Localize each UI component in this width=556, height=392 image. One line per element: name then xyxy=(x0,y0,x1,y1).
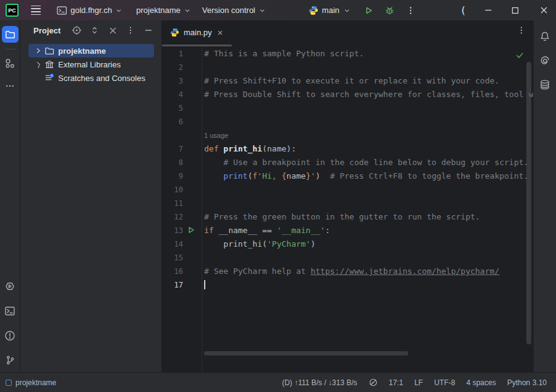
expand-all-button[interactable] xyxy=(88,23,101,37)
more-actions-button[interactable] xyxy=(401,2,420,19)
code-line[interactable]: 15 xyxy=(162,251,533,265)
interpreter-widget[interactable]: Python 3.10 xyxy=(502,378,552,387)
line-number[interactable]: 2 xyxy=(162,61,183,74)
line-number[interactable]: 17 xyxy=(162,278,183,292)
code-line[interactable]: 1 usage xyxy=(162,129,533,142)
code-line-text: # See PyCharm help at https://www.jetbra… xyxy=(204,265,533,278)
usage-inlay-hint[interactable]: 1 usage xyxy=(204,129,533,142)
line-number[interactable]: 8 xyxy=(162,156,183,169)
line-number[interactable]: 1 xyxy=(162,47,183,61)
indent-widget[interactable]: 4 spaces xyxy=(461,378,502,387)
statusbar-project-widget[interactable]: projektname xyxy=(0,378,56,387)
line-number[interactable]: 9 xyxy=(162,169,183,183)
minimize-button[interactable] xyxy=(476,0,500,20)
gutter-run-icon[interactable] xyxy=(187,226,195,234)
vcs-menu[interactable]: Version control xyxy=(198,2,270,19)
scratches-icon xyxy=(44,73,55,83)
project-toolwindow-button[interactable] xyxy=(2,26,19,43)
tab-main-py[interactable]: main.py × xyxy=(162,20,228,45)
collapse-all-button[interactable] xyxy=(106,23,119,37)
run-configuration-selector[interactable]: main xyxy=(305,2,354,19)
line-ending-widget[interactable]: LF xyxy=(409,378,429,387)
code-line[interactable]: 7def print_hi(name): xyxy=(162,142,533,156)
right-toolwindow-bar xyxy=(533,20,556,372)
tab-close-icon[interactable]: × xyxy=(218,28,223,37)
version-control-toolwindow-button[interactable] xyxy=(2,352,19,369)
code-line[interactable]: 17 xyxy=(162,278,533,292)
remote-host-menu[interactable]: gold.fhgr.ch xyxy=(52,2,127,19)
debug-button[interactable] xyxy=(380,2,399,19)
chevron-spacer xyxy=(33,73,44,83)
inspection-ok-icon[interactable] xyxy=(515,51,524,60)
tab-label: main.py xyxy=(184,28,212,37)
code-line-text: # Press Shift+F10 to execute it or repla… xyxy=(204,74,533,88)
notifications-button[interactable] xyxy=(537,28,554,45)
services-toolwindow-button[interactable] xyxy=(2,278,19,294)
line-number[interactable]: 5 xyxy=(162,101,183,115)
left-toolwindow-bar xyxy=(0,20,20,372)
project-tree: projektname External Libraries xyxy=(20,44,161,85)
encoding-widget[interactable]: UTF-8 xyxy=(429,378,461,387)
chevron-down-icon xyxy=(184,7,191,14)
terminal-toolwindow-button[interactable] xyxy=(2,302,19,319)
locate-file-button[interactable] xyxy=(70,23,83,37)
line-number[interactable]: 14 xyxy=(162,237,183,251)
structure-toolwindow-button[interactable] xyxy=(2,55,19,72)
code-line[interactable]: 1# This is a sample Python script. xyxy=(162,47,533,61)
horizontal-scrollbar[interactable] xyxy=(204,351,408,356)
vertical-scrollbar[interactable] xyxy=(526,62,531,344)
line-number[interactable]: 6 xyxy=(162,115,183,129)
line-number[interactable]: 11 xyxy=(162,197,183,210)
code-line[interactable]: 12# Press the green button in the gutter… xyxy=(162,210,533,224)
maximize-button[interactable] xyxy=(503,0,528,20)
line-number[interactable]: 7 xyxy=(162,142,183,156)
panel-options-button[interactable] xyxy=(124,23,137,37)
run-config-label: main xyxy=(322,6,340,15)
main-menu-button[interactable] xyxy=(28,2,44,19)
code-line[interactable]: 8 # Use a breakpoint in the code line be… xyxy=(162,156,533,169)
more-toolwindows-button[interactable] xyxy=(2,77,19,94)
inspections-widget[interactable] xyxy=(363,378,383,387)
tree-item-scratches[interactable]: Scratches and Consoles xyxy=(28,71,154,85)
code-line[interactable]: 2 xyxy=(162,61,533,74)
hide-panel-button[interactable] xyxy=(142,23,155,37)
customize-layout-button[interactable]: ( xyxy=(451,0,476,20)
line-number[interactable]: 10 xyxy=(162,183,183,197)
code-line[interactable]: 14 print_hi('PyCharm') xyxy=(162,237,533,251)
code-line[interactable]: 9 print(f'Hi, {name}') # Press Ctrl+F8 t… xyxy=(162,169,533,183)
tree-item-external-libraries[interactable]: External Libraries xyxy=(28,58,154,71)
active-tab-indicator xyxy=(162,45,232,46)
code-line[interactable]: 6 xyxy=(162,115,533,129)
line-number[interactable]: 12 xyxy=(162,210,183,224)
module-icon xyxy=(6,380,12,386)
code-line[interactable]: 11 xyxy=(162,197,533,210)
chevron-down-icon xyxy=(343,7,351,14)
problems-toolwindow-button[interactable] xyxy=(2,327,19,344)
line-number[interactable]: 3 xyxy=(162,74,183,88)
code-editor[interactable]: 1# This is a sample Python script.23# Pr… xyxy=(162,47,533,372)
network-stats-widget[interactable]: (D) ↑111 B/s / ↓313 B/s xyxy=(276,378,363,387)
code-line[interactable]: 16# See PyCharm help at https://www.jetb… xyxy=(162,265,533,278)
chevron-right-icon[interactable] xyxy=(33,59,44,69)
close-button[interactable] xyxy=(531,0,556,20)
ai-assistant-button[interactable] xyxy=(537,52,554,69)
library-icon xyxy=(44,59,55,69)
tree-item-label: External Libraries xyxy=(58,60,121,69)
code-line[interactable]: 5 xyxy=(162,101,533,115)
line-number[interactable]: 15 xyxy=(162,251,183,265)
tab-options-button[interactable] xyxy=(517,26,526,35)
line-number[interactable]: 16 xyxy=(162,265,183,278)
code-line[interactable]: 13if __name__ == '__main__': xyxy=(162,224,533,237)
code-line[interactable]: 10 xyxy=(162,183,533,197)
database-button[interactable] xyxy=(537,76,554,93)
code-line[interactable]: 3# Press Shift+F10 to execute it or repl… xyxy=(162,74,533,88)
line-number[interactable]: 13 xyxy=(162,224,183,237)
run-button[interactable] xyxy=(359,2,378,19)
code-line[interactable]: 4# Press Double Shift to search everywhe… xyxy=(162,88,533,101)
chevron-right-icon[interactable] xyxy=(33,46,44,56)
tree-item-projektname[interactable]: projektname xyxy=(28,44,154,58)
project-menu[interactable]: projektname xyxy=(132,2,195,19)
python-logo-icon xyxy=(170,28,179,37)
line-number[interactable]: 4 xyxy=(162,88,183,101)
caret-position-widget[interactable]: 17:1 xyxy=(383,378,409,387)
